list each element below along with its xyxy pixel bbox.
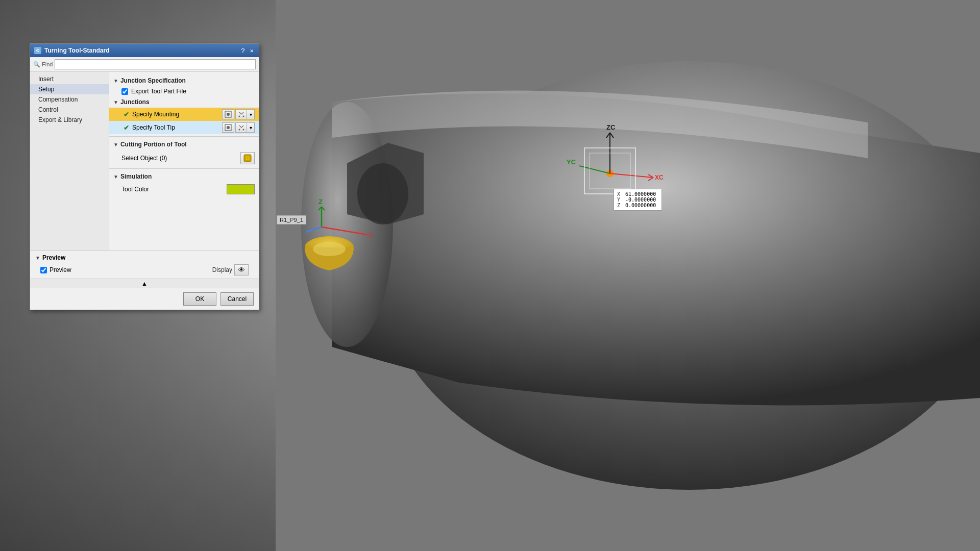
svg-text:XC: XC bbox=[655, 174, 664, 181]
nav-item-control[interactable]: Control bbox=[30, 105, 109, 115]
dialog-content: Insert Setup Compensation Control Export… bbox=[30, 72, 259, 251]
cutting-portion-label: Cutting Portion of Tool bbox=[120, 141, 187, 148]
svg-text:X: X bbox=[369, 232, 373, 239]
export-tool-part-checkbox[interactable] bbox=[121, 88, 128, 95]
specify-mounting-buttons: ▾ bbox=[222, 109, 255, 119]
close-button[interactable]: × bbox=[249, 47, 255, 54]
point-label-text: R1_P9_1 bbox=[280, 217, 303, 223]
specify-mounting-select-btn[interactable] bbox=[222, 109, 234, 119]
preview-label: Preview bbox=[50, 266, 71, 273]
svg-point-31 bbox=[238, 116, 240, 117]
svg-point-8 bbox=[313, 242, 346, 256]
specify-tool-tip-row[interactable]: ✔ Specify Tool Tip ▾ bbox=[109, 121, 259, 134]
svg-point-5 bbox=[301, 102, 393, 347]
collapse-bar[interactable]: ▲ bbox=[30, 279, 259, 288]
tool-color-row: Tool Color bbox=[109, 182, 259, 196]
preview-checkbox-label[interactable]: Preview bbox=[40, 266, 212, 273]
junctions-header[interactable]: ▼ Junctions bbox=[109, 96, 259, 108]
collapse-icon: ▲ bbox=[141, 280, 148, 287]
help-button[interactable]: ? bbox=[240, 47, 246, 54]
dialog-footer: OK Cancel bbox=[30, 288, 259, 310]
svg-point-6 bbox=[357, 163, 408, 224]
simulation-header[interactable]: ▼ Simulation bbox=[109, 171, 259, 182]
preview-header[interactable]: ▼ Preview bbox=[35, 254, 254, 261]
coord-z-value: 0.00000000 bbox=[625, 203, 656, 208]
right-panel: ▼ Junction Specification Export Tool Par… bbox=[109, 72, 259, 251]
tool-color-swatch[interactable] bbox=[227, 184, 255, 194]
svg-text:YC: YC bbox=[567, 158, 576, 166]
svg-point-32 bbox=[242, 116, 244, 117]
specify-mounting-dropdown-btn[interactable]: ▾ bbox=[247, 110, 254, 119]
find-icon-wrap: 🔍 Find bbox=[33, 61, 53, 68]
nav-item-setup[interactable]: Setup bbox=[30, 84, 109, 94]
specify-mounting-group-btn: ▾ bbox=[235, 109, 255, 119]
junctions-label: Junctions bbox=[120, 98, 150, 106]
svg-point-35 bbox=[238, 129, 240, 131]
preview-arrow: ▼ bbox=[35, 255, 40, 261]
specify-mounting-label: Specify Mounting bbox=[132, 111, 219, 118]
svg-point-39 bbox=[247, 157, 249, 159]
preview-section: ▼ Preview Preview Display 👁 bbox=[30, 251, 259, 279]
simulation-arrow: ▼ bbox=[113, 174, 118, 180]
point-label: R1_P9_1 bbox=[277, 215, 306, 224]
find-icon: 🔍 bbox=[33, 61, 40, 68]
dialog-title: Turning Tool-Standard bbox=[44, 47, 110, 54]
cutting-portion-header[interactable]: ▼ Cutting Portion of Tool bbox=[109, 139, 259, 150]
divider-2 bbox=[109, 168, 259, 169]
svg-point-34 bbox=[227, 126, 230, 129]
select-object-row: Select Object (0) bbox=[109, 150, 259, 166]
junction-spec-arrow: ▼ bbox=[113, 78, 118, 84]
specify-mounting-check: ✔ bbox=[124, 111, 129, 118]
simulation-label: Simulation bbox=[120, 173, 152, 180]
coord-x-label: X bbox=[617, 191, 623, 197]
junction-specification-header[interactable]: ▼ Junction Specification bbox=[109, 75, 259, 86]
preview-checkbox[interactable] bbox=[40, 267, 47, 273]
nav-item-compensation[interactable]: Compensation bbox=[30, 94, 109, 105]
coord-y-label: Y bbox=[617, 197, 623, 203]
dialog-window: ⚙ Turning Tool-Standard ? × 🔍 Find Inser… bbox=[30, 43, 259, 310]
nav-item-insert[interactable]: Insert bbox=[30, 74, 109, 84]
divider-1 bbox=[109, 136, 259, 137]
specify-tool-tip-label: Specify Tool Tip bbox=[132, 124, 219, 131]
export-tool-part-label: Export Tool Part File bbox=[131, 88, 186, 95]
coord-x-value: 61.0000000 bbox=[625, 191, 656, 197]
display-button[interactable]: 👁 bbox=[234, 264, 249, 276]
ok-button[interactable]: OK bbox=[183, 292, 216, 306]
tool-color-label: Tool Color bbox=[121, 186, 224, 193]
specify-mounting-row[interactable]: ✔ Specify Mounting ▾ bbox=[109, 108, 259, 121]
display-label: Display bbox=[212, 266, 232, 273]
nav-item-export-library[interactable]: Export & Library bbox=[30, 115, 109, 125]
svg-text:ZC: ZC bbox=[606, 123, 616, 131]
eye-icon: 👁 bbox=[238, 266, 245, 274]
svg-text:Z: Z bbox=[318, 198, 323, 206]
svg-point-36 bbox=[242, 129, 244, 131]
specify-tool-tip-group-btn: ▾ bbox=[235, 122, 255, 133]
svg-point-30 bbox=[227, 113, 230, 116]
dialog-icon: ⚙ bbox=[34, 47, 41, 54]
junctions-arrow: ▼ bbox=[113, 99, 118, 105]
find-label: Find bbox=[42, 61, 53, 67]
coord-box: X 61.0000000 Y -0.0000000 Z 0.00000000 bbox=[614, 189, 662, 211]
specify-tool-tip-dropdown-btn[interactable]: ▾ bbox=[247, 123, 254, 132]
title-bar-right: ? × bbox=[240, 47, 255, 54]
cancel-button[interactable]: Cancel bbox=[220, 292, 254, 306]
search-input[interactable] bbox=[55, 59, 256, 69]
junction-specification-label: Junction Specification bbox=[120, 77, 186, 84]
coord-z-label: Z bbox=[617, 203, 623, 208]
preview-row: Preview Display 👁 bbox=[35, 264, 254, 276]
coord-y-value: -0.0000000 bbox=[625, 197, 656, 203]
export-tool-part-row: Export Tool Part File bbox=[109, 86, 259, 96]
search-bar: 🔍 Find bbox=[30, 57, 259, 72]
select-object-btn[interactable] bbox=[240, 152, 255, 164]
specify-tool-tip-action-btn[interactable] bbox=[236, 123, 247, 132]
specify-tool-tip-select-btn[interactable] bbox=[222, 122, 234, 133]
left-nav: Insert Setup Compensation Control Export… bbox=[30, 72, 109, 251]
specify-mounting-action-btn[interactable] bbox=[236, 110, 247, 119]
cutting-arrow: ▼ bbox=[113, 142, 118, 147]
title-bar: ⚙ Turning Tool-Standard ? × bbox=[30, 44, 259, 57]
title-bar-left: ⚙ Turning Tool-Standard bbox=[34, 47, 110, 54]
specify-tool-tip-check: ✔ bbox=[124, 124, 129, 132]
specify-tool-tip-buttons: ▾ bbox=[222, 122, 255, 133]
select-object-label: Select Object (0) bbox=[121, 155, 237, 162]
preview-header-label: Preview bbox=[42, 254, 65, 261]
